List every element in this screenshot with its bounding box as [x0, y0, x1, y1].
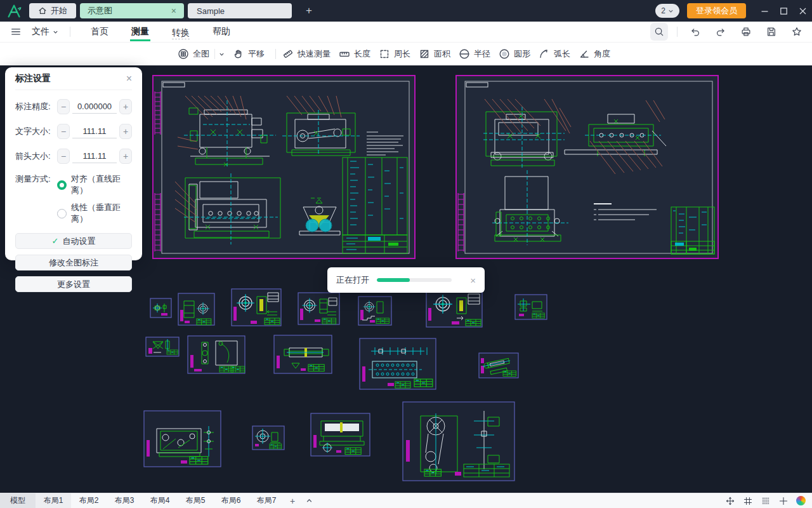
menu-help[interactable]: 帮助 [211, 22, 232, 41]
tool-arc-length[interactable]: 弧长 [539, 48, 570, 60]
tool-circle[interactable]: 圆形 [499, 48, 530, 60]
crosshair-icon[interactable] [778, 496, 789, 506]
thumbnail-sheet[interactable] [144, 411, 221, 467]
arrow-size-input[interactable] [72, 149, 117, 163]
arrow-size-plus-button[interactable]: + [119, 149, 132, 164]
tool-perimeter[interactable]: 周长 [379, 48, 410, 60]
thumbnail-sheet[interactable] [426, 290, 482, 327]
menu-measure[interactable]: 测量 [130, 22, 150, 41]
redo-button[interactable] [712, 23, 730, 41]
tool-fit-view[interactable]: 全图 [178, 48, 225, 60]
progress-text: 正在打开 [336, 274, 369, 286]
print-button[interactable] [737, 23, 755, 41]
grid-dots-icon[interactable] [761, 496, 771, 506]
app-logo-icon [5, 1, 24, 20]
maximize-button[interactable] [774, 0, 793, 22]
thumbnail-sheet[interactable] [252, 426, 284, 450]
thumbnail-sheet[interactable] [515, 295, 547, 319]
radio-linear[interactable]: 线性（垂直距离） [57, 202, 132, 225]
arrow-size-minus-button[interactable]: − [57, 149, 70, 164]
tab-layout1[interactable]: 布局1 [36, 493, 71, 508]
favorite-button[interactable] [788, 23, 806, 41]
color-wheel-icon[interactable] [796, 496, 806, 505]
thumbnail-sheet[interactable] [311, 413, 370, 456]
tab-close-icon[interactable]: × [171, 6, 176, 16]
dialog-close-icon[interactable]: × [470, 276, 476, 285]
pan-move-icon[interactable] [725, 496, 735, 506]
thumbnail-sheet[interactable] [403, 402, 514, 481]
add-layout-button[interactable]: + [284, 496, 301, 506]
drawing-sheet-2[interactable] [456, 76, 718, 258]
tab-model[interactable]: 模型 [0, 493, 36, 508]
more-settings-button[interactable]: 更多设置 [15, 276, 132, 292]
precision-minus-button[interactable]: − [57, 99, 70, 114]
tab-layout6[interactable]: 布局6 [213, 493, 249, 508]
tab-layout7[interactable]: 布局7 [249, 493, 284, 508]
login-button[interactable]: 登录领会员 [687, 3, 746, 18]
pan-hand-icon [233, 48, 244, 60]
tab-schematic[interactable]: 示意图 × [80, 3, 184, 18]
thumbnail-sheet[interactable] [146, 337, 179, 356]
precision-input[interactable] [72, 100, 117, 114]
thumbnail-sheet[interactable] [232, 289, 281, 326]
tab-start[interactable]: 开始 [29, 3, 76, 18]
tool-quick-measure[interactable]: 快速测量 [282, 48, 331, 60]
star-icon [791, 26, 802, 37]
thumbnail-sheet[interactable] [360, 338, 436, 389]
search-button[interactable] [650, 23, 668, 41]
fit-view-dropdown[interactable] [214, 49, 225, 59]
device-count-dropdown[interactable]: 2 [655, 4, 679, 18]
thumbnail-sheet[interactable] [178, 293, 214, 325]
new-tab-button[interactable]: + [302, 4, 316, 17]
thumbnail-sheet[interactable] [274, 335, 332, 373]
auto-setting-button[interactable]: ✓ 自动设置 [15, 233, 132, 249]
annotation-settings-panel: 标注设置 × 标注精度: − + 文字大小: − + 箭头大小: − + 测量方… [5, 67, 142, 260]
radio-unselected-icon[interactable] [57, 209, 67, 218]
thumbnail-sheet[interactable] [358, 297, 391, 325]
tab-start-label: 开始 [51, 5, 67, 17]
text-size-input[interactable] [72, 124, 117, 138]
panel-close-icon[interactable]: × [126, 74, 132, 84]
measure-mode-label: 测量方式: [15, 173, 57, 225]
undo-button[interactable] [686, 23, 704, 41]
tab-layout2[interactable]: 布局2 [71, 493, 107, 508]
auto-setting-label: 自动设置 [62, 236, 95, 247]
thumbnail-sheet[interactable] [150, 298, 171, 318]
text-size-plus-button[interactable]: + [119, 124, 132, 139]
tab-layout4[interactable]: 布局4 [142, 493, 178, 508]
length-icon [339, 48, 350, 60]
thumbnail-sheet[interactable] [188, 336, 245, 373]
modify-all-annotations-button[interactable]: 修改全图标注 [15, 255, 132, 271]
tool-angle[interactable]: 角度 [579, 48, 610, 60]
tab-layout5[interactable]: 布局5 [178, 493, 213, 508]
thumbnail-sheet[interactable] [298, 293, 339, 324]
tab-schematic-label: 示意图 [88, 5, 166, 17]
tool-length[interactable]: 长度 [339, 48, 370, 60]
hamburger-menu-icon[interactable] [10, 26, 22, 37]
tool-area[interactable]: 面积 [419, 48, 450, 60]
tab-sample[interactable]: Sample [188, 3, 292, 18]
menu-home[interactable]: 首页 [89, 22, 110, 41]
tool-label: 全图 [193, 48, 209, 60]
tool-pan[interactable]: 平移 [233, 48, 265, 60]
tool-radius[interactable]: 半径 [459, 48, 490, 60]
save-button[interactable] [763, 23, 780, 41]
radio-selected-icon[interactable] [57, 180, 67, 190]
chevron-down-icon [219, 51, 225, 57]
arrow-size-label: 箭头大小: [15, 150, 57, 162]
collapse-tabs-button[interactable] [301, 497, 317, 504]
grid-lines-icon[interactable] [743, 496, 753, 506]
text-size-minus-button[interactable]: − [57, 124, 70, 139]
menu-convert[interactable]: 转换 [171, 23, 191, 41]
minimize-button[interactable] [755, 0, 774, 22]
drawing-sheet-1[interactable] [153, 76, 415, 258]
close-button[interactable] [793, 0, 812, 22]
tab-layout3[interactable]: 布局3 [107, 493, 142, 508]
precision-plus-button[interactable]: + [119, 99, 132, 114]
thumbnail-sheet[interactable] [479, 353, 518, 378]
tool-label: 角度 [594, 48, 610, 60]
tab-sample-label: Sample [197, 6, 283, 16]
perimeter-icon [379, 48, 390, 60]
radio-aligned[interactable]: 对齐（直线距离） [57, 173, 132, 196]
file-menu[interactable]: 文件 [29, 26, 61, 37]
